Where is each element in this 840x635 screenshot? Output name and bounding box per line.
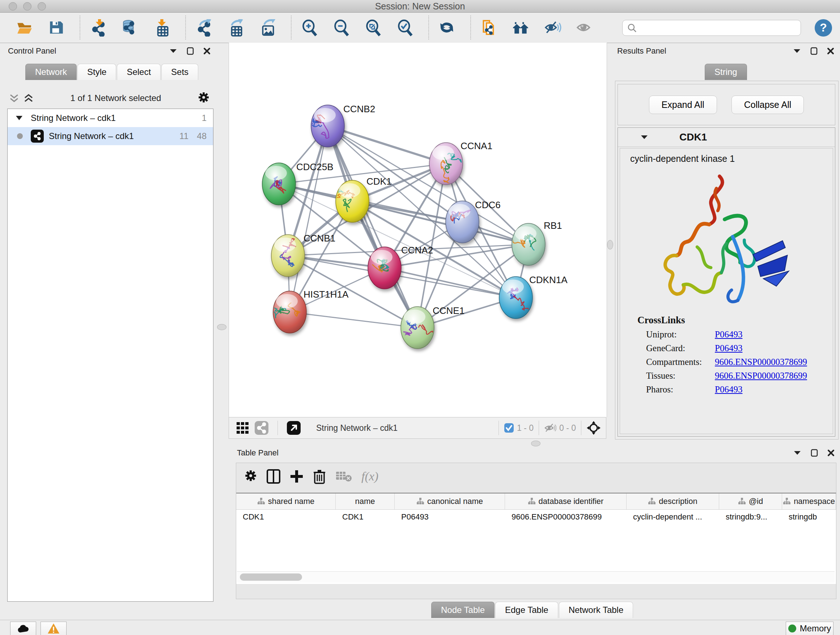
open-session-button[interactable] [14, 18, 35, 38]
column-header-@id[interactable]: @id [719, 494, 782, 509]
column-header-shared-name[interactable]: shared name [236, 494, 336, 509]
crosslink-row: GeneCard:P06493 [646, 343, 833, 353]
export-image-button[interactable] [257, 18, 278, 38]
table-row[interactable]: CDK1CDK1P064939606.ENSP00000378699cyclin… [236, 510, 836, 524]
zoom-in-button[interactable] [300, 18, 320, 38]
crosslink-link[interactable]: P06493 [715, 385, 742, 394]
warnings-button[interactable] [41, 622, 66, 635]
zoom-fit-button[interactable] [363, 18, 384, 38]
import-table-button[interactable] [152, 18, 172, 38]
tab-string[interactable]: String [705, 64, 747, 80]
column-header-description[interactable]: description [627, 494, 719, 509]
grid-view-icon[interactable] [233, 419, 252, 437]
selected-checkbox-icon[interactable] [504, 423, 514, 433]
network-node-CDC25B[interactable] [262, 163, 295, 205]
close-panel-icon[interactable] [827, 48, 834, 55]
network-node-CCNA2[interactable] [368, 247, 401, 289]
crosslink-link[interactable]: P06493 [715, 329, 742, 340]
network-node-CDC6[interactable] [446, 201, 479, 243]
refresh-view-button[interactable] [437, 18, 457, 38]
right-splitter-handle[interactable] [607, 240, 613, 249]
save-session-button[interactable] [46, 18, 66, 38]
network-edge[interactable] [352, 201, 529, 244]
close-panel-icon[interactable] [827, 449, 835, 456]
minimize-window-button[interactable] [23, 2, 32, 11]
network-edge[interactable] [290, 312, 417, 328]
import-database-button[interactable] [120, 18, 141, 38]
network-node-RB1[interactable] [512, 223, 545, 265]
crosslink-link[interactable]: 9606.ENSP00000378699 [715, 357, 807, 367]
network-edge[interactable] [328, 126, 446, 164]
import-network-button[interactable] [88, 18, 109, 38]
tab-sets[interactable]: Sets [161, 64, 198, 80]
cloud-button[interactable] [10, 622, 36, 635]
results-panel-header: Results Panel [617, 46, 834, 56]
column-header-namespace[interactable]: namespace [782, 494, 836, 509]
network-canvas[interactable]: CCNB2CCNA1CDC25BCDK1CDC6RB1CCNB1CCNA2CDK… [229, 43, 607, 417]
network-node-CCNE1[interactable] [401, 307, 438, 348]
tab-edge-table[interactable]: Edge Table [495, 602, 558, 618]
search-box[interactable] [622, 20, 801, 36]
collapse-panel-icon[interactable] [793, 49, 801, 54]
network-node-HIST1H1A[interactable] [272, 291, 306, 333]
tab-style[interactable]: Style [77, 64, 116, 80]
first-neighbors-button[interactable] [511, 18, 531, 38]
float-panel-icon[interactable] [187, 47, 194, 55]
network-node-CCNB1[interactable] [271, 234, 305, 277]
network-node-CCNB2[interactable] [311, 105, 344, 147]
show-columns-icon[interactable] [267, 469, 280, 484]
collapse-all-icon[interactable] [9, 93, 19, 103]
expand-all-icon[interactable] [23, 93, 34, 103]
protein-card-header[interactable]: CDK1 [618, 128, 835, 147]
float-panel-icon[interactable] [811, 449, 818, 457]
table-options-gear[interactable] [244, 469, 257, 484]
close-window-button[interactable] [9, 2, 17, 11]
selected-count-status: 1 - 0 [499, 423, 538, 433]
network-collection-row[interactable]: String Network – cdk1 1 [8, 109, 213, 127]
help-button[interactable]: ? [813, 18, 834, 38]
search-input[interactable] [637, 23, 801, 33]
export-network-button[interactable] [194, 18, 214, 38]
zoom-out-button[interactable] [332, 18, 352, 38]
zoom-selected-button[interactable] [395, 18, 415, 38]
add-column-icon[interactable] [290, 470, 303, 483]
close-panel-icon[interactable] [203, 48, 210, 55]
left-splitter-handle[interactable] [217, 324, 226, 330]
network-row-selected[interactable]: String Network – cdk1 11 48 [8, 127, 213, 145]
crosslink-link[interactable]: P06493 [715, 343, 742, 353]
crosslinks-title: CrossLinks [638, 315, 833, 326]
column-header-database-identifier[interactable]: database identifier [505, 494, 627, 509]
table-panel-title: Table Panel [237, 448, 279, 458]
collapse-panel-icon[interactable] [169, 49, 177, 54]
tab-node-table[interactable]: Node Table [431, 602, 494, 618]
table-scroll-thumb[interactable] [240, 573, 302, 581]
birdseye-view-icon[interactable] [584, 419, 603, 437]
network-share-view-icon[interactable] [252, 419, 271, 437]
zoom-window-button[interactable] [38, 2, 46, 11]
memory-button[interactable]: Memory [786, 622, 834, 635]
expand-all-button[interactable]: Expand All [649, 96, 717, 114]
detach-view-icon[interactable] [284, 419, 303, 437]
protein-expander-icon[interactable] [640, 135, 648, 140]
table-h-scrollbar[interactable] [237, 571, 835, 583]
hide-selected-button[interactable] [543, 18, 563, 38]
tab-select[interactable]: Select [117, 64, 161, 80]
export-table-button[interactable] [226, 18, 246, 38]
bottom-splitter-handle[interactable] [531, 440, 540, 447]
tab-network[interactable]: Network [25, 64, 77, 80]
collapse-all-button[interactable]: Collapse All [731, 96, 804, 114]
column-header-name[interactable]: name [336, 494, 395, 509]
tab-network-table[interactable]: Network Table [559, 602, 633, 618]
delete-column-icon[interactable] [313, 469, 326, 484]
hidden-eye-icon[interactable] [544, 423, 556, 433]
collapse-panel-icon[interactable] [793, 450, 801, 455]
network-node-CCNA1[interactable] [429, 143, 463, 185]
crosslink-link[interactable]: 9606.ENSP00000378699 [715, 371, 807, 381]
duplicate-network-button[interactable] [479, 18, 499, 38]
column-header-canonical-name[interactable]: canonical name [395, 494, 505, 509]
show-graphics-details-button[interactable] [575, 18, 595, 38]
tree-expander-icon[interactable] [16, 116, 23, 120]
network-edge[interactable] [385, 268, 516, 298]
float-panel-icon[interactable] [810, 47, 818, 55]
network-options-gear[interactable] [197, 91, 210, 105]
